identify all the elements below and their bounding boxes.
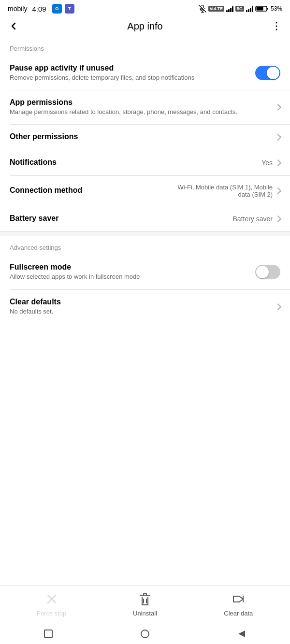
connection-method-value: Wi-Fi, Mobile data (SIM 1), Mobile data … xyxy=(164,184,273,198)
notifications-item[interactable]: Notifications Yes xyxy=(0,150,290,175)
battery-saver-value: Battery saver xyxy=(233,215,273,223)
back-button[interactable] xyxy=(8,20,19,32)
battery-saver-item[interactable]: Battery saver Battery saver xyxy=(0,206,290,231)
nav-bar xyxy=(0,623,290,644)
carrier-name: mobily xyxy=(8,5,27,13)
permissions-section: Permissions Pause app activity if unused… xyxy=(0,37,290,231)
signal-bars xyxy=(226,5,233,12)
advanced-label: Advanced settings xyxy=(0,236,290,255)
clear-defaults-chevron xyxy=(275,303,281,310)
battery-icon xyxy=(255,5,269,12)
fullscreen-mode-toggle[interactable] xyxy=(255,265,280,279)
notifications-title: Notifications xyxy=(10,158,257,167)
battery-saver-chevron xyxy=(275,215,281,222)
svg-point-17 xyxy=(141,630,149,638)
svg-point-6 xyxy=(276,22,277,24)
other-permissions-chevron xyxy=(275,134,281,141)
force-stop-icon xyxy=(44,591,59,607)
page-title: App info xyxy=(127,21,162,32)
status-time: 4:09 xyxy=(32,5,46,13)
outlook-icon: O xyxy=(52,4,62,14)
pause-activity-item[interactable]: Pause app activity if unused Remove perm… xyxy=(0,56,290,90)
nav-circle-button[interactable] xyxy=(140,629,150,639)
notifications-value: Yes xyxy=(261,159,273,167)
svg-marker-18 xyxy=(238,630,245,637)
nav-back-button[interactable] xyxy=(236,629,247,639)
other-permissions-item[interactable]: Other permissions xyxy=(0,125,290,150)
pause-activity-subtitle: Remove permissions, delete temporary fil… xyxy=(10,73,250,82)
clear-data-label: Clear data xyxy=(224,610,253,617)
app-permissions-subtitle: Manage permissions related to location, … xyxy=(10,108,271,116)
bottom-actions-bar: Force stop Uninstall Clear data xyxy=(0,585,290,623)
battery-percent: 53% xyxy=(271,5,282,12)
fullscreen-mode-subtitle: Allow selected apps to work in fullscree… xyxy=(10,272,250,281)
more-button[interactable] xyxy=(271,20,282,32)
toggle-thumb-2 xyxy=(256,266,269,278)
top-bar: App info xyxy=(0,15,290,37)
teams-icon: T xyxy=(65,4,74,14)
5g-icon: 5G xyxy=(235,6,244,12)
connection-method-title: Connection method xyxy=(10,186,160,195)
force-stop-label: Force stop xyxy=(37,610,66,617)
app-permissions-item[interactable]: App permissions Manage permissions relat… xyxy=(0,90,290,124)
fullscreen-mode-title: Fullscreen mode xyxy=(10,263,250,272)
svg-rect-5 xyxy=(267,8,268,10)
volte-icon: VoLTE xyxy=(208,6,224,12)
uninstall-button[interactable]: Uninstall xyxy=(121,591,169,617)
other-permissions-title: Other permissions xyxy=(10,132,271,141)
pause-activity-toggle[interactable] xyxy=(255,66,280,80)
uninstall-label: Uninstall xyxy=(133,610,157,617)
svg-point-8 xyxy=(276,29,277,30)
app-permissions-chevron xyxy=(275,104,281,111)
clear-defaults-subtitle: No defaults set. xyxy=(10,307,271,316)
svg-rect-4 xyxy=(256,7,263,11)
battery-saver-title: Battery saver xyxy=(10,214,228,223)
pause-activity-title: Pause app activity if unused xyxy=(10,64,250,72)
clear-data-icon xyxy=(231,591,246,607)
clear-defaults-title: Clear defaults xyxy=(10,298,271,306)
signal-bars-2 xyxy=(246,5,253,12)
svg-rect-16 xyxy=(44,630,52,638)
notifications-chevron xyxy=(275,159,281,166)
uninstall-icon xyxy=(137,591,153,607)
advanced-section: Advanced settings Fullscreen mode Allow … xyxy=(0,236,290,323)
permissions-label: Permissions xyxy=(0,37,290,56)
connection-method-item[interactable]: Connection method Wi-Fi, Mobile data (SI… xyxy=(0,176,290,206)
clear-data-button[interactable]: Clear data xyxy=(214,591,262,617)
bottom-spacer xyxy=(0,324,290,382)
mute-icon xyxy=(199,5,206,13)
status-bar: mobily 4:09 O T VoLTE 5G xyxy=(0,0,290,15)
status-right: VoLTE 5G 53% xyxy=(199,5,282,13)
nav-square-button[interactable] xyxy=(43,629,54,639)
connection-method-chevron xyxy=(275,187,281,194)
svg-point-7 xyxy=(276,26,277,27)
section-gap xyxy=(0,232,290,236)
status-left: mobily 4:09 O T xyxy=(8,4,74,14)
app-permissions-title: App permissions xyxy=(10,98,271,107)
toggle-thumb xyxy=(267,67,279,79)
svg-marker-14 xyxy=(233,596,243,602)
clear-defaults-item[interactable]: Clear defaults No defaults set. xyxy=(0,290,290,324)
fullscreen-mode-item[interactable]: Fullscreen mode Allow selected apps to w… xyxy=(0,255,290,289)
force-stop-button[interactable]: Force stop xyxy=(28,591,76,617)
